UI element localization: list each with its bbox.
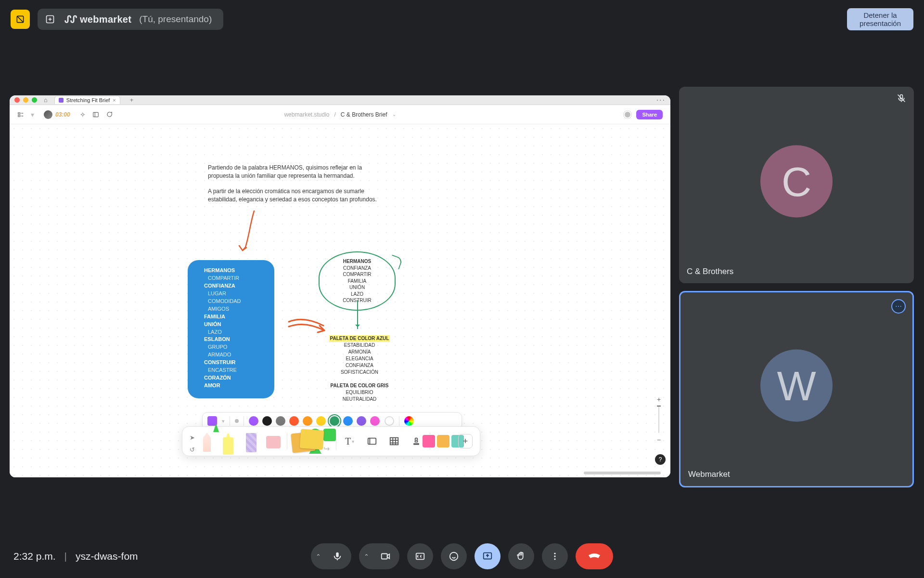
presence-avatar-icon[interactable] [624,111,631,118]
camera-icon [374,551,397,562]
stop-presenting-button[interactable]: Detener la presentación [847,8,913,31]
color-swatch[interactable] [330,416,339,426]
tile-more-icon[interactable]: ⋯ [891,299,906,314]
add-tool[interactable]: + [457,431,474,451]
main-toolbar[interactable]: ↪ T▾ + [182,426,480,456]
no-color-swatch[interactable] [385,416,394,426]
close-window-icon[interactable] [14,97,20,103]
toolbar-left: ▾ 03:00 ✧ [17,109,113,120]
highlighter-tool[interactable] [220,431,238,451]
add-tab-icon[interactable] [43,13,57,26]
meet-controls: ⌃ ⌃ [311,543,613,569]
crumb-workspace[interactable]: webmarket.studio [284,111,329,118]
card-word: LUGAR [204,290,270,298]
home-icon[interactable]: ⌂ [44,96,48,104]
card-word: ESLABON [204,336,270,343]
brand-mark-icon: ᔑᔑ [64,13,76,25]
mic-icon [326,551,348,562]
color-swatch[interactable] [303,416,312,426]
color-swatch[interactable] [289,416,299,426]
layout-icon[interactable] [92,111,99,118]
mic-button[interactable]: ⌃ [311,543,351,569]
tab-close-icon[interactable]: × [113,97,116,103]
svg-point-12 [450,552,458,561]
present-button[interactable] [475,543,500,569]
breadcrumb[interactable]: webmarket.studio / C & Brothers Brief ⌄ [284,111,396,118]
paragraph-1: Partiendo de la palabra HERMANOS, quisim… [208,164,386,181]
window-controls[interactable] [14,97,37,103]
eraser-tool[interactable] [265,431,282,451]
app-badge-icon [11,10,30,29]
oval-word: LAZO [322,291,392,298]
sticker-tool[interactable] [435,431,452,451]
avatar: W [760,350,833,422]
meet-bottom-bar: 2:32 p.m. | ysz-dwas-fom ⌃ ⌃ [0,535,924,578]
color-wheel-icon[interactable] [404,416,414,426]
help-icon[interactable]: ? [655,454,666,465]
pen-tip-accent-icon [213,423,219,432]
sparkle-icon[interactable]: ✧ [80,111,86,118]
palette-item: CONFIANZA [314,362,405,369]
color-swatch[interactable] [249,416,258,426]
tab-title: Stretching Fit Brief [66,97,110,103]
meet-top-bar: ᔑᔑ webmarket (Tú, presentando) Detener l… [0,0,924,39]
zoom-slider[interactable] [658,406,659,433]
pointer-tool-icon[interactable]: ➤ [190,434,202,441]
meeting-code: ysz-dwas-fom [76,551,138,562]
svg-point-15 [554,555,555,557]
color-swatch[interactable] [316,416,326,426]
share-button[interactable]: Share [636,110,663,119]
crumb-document[interactable]: C & Brothers Brief [341,111,387,118]
sticky-note-tool[interactable] [292,431,309,451]
card-word: GRUPO [204,343,270,351]
chevron-up-icon[interactable]: ⌃ [311,553,325,560]
horizontal-scrollbar[interactable] [584,472,661,474]
zoom-controls[interactable]: + − [654,395,664,444]
whiteboard-canvas[interactable]: Partiendo de la palabra HERMANOS, quisim… [10,124,670,477]
zoom-in-icon[interactable]: + [657,395,661,403]
chevron-down-icon[interactable]: ▾ [222,418,225,424]
palette-item: ARMONÍA [314,349,405,355]
washi-tool[interactable] [243,431,260,451]
participant-tile-webmarket[interactable]: ⋯ W Webmarket [679,291,914,487]
square-shape-icon[interactable] [323,429,336,441]
text-tool[interactable]: T▾ [341,431,359,451]
undo-tool-icon[interactable]: ↺ [190,446,202,453]
color-swatch[interactable] [370,416,380,426]
concepts-card[interactable]: HERMANOSCOMPARTIRCONFIANZALUGARCOMODIDAD… [188,260,274,398]
zoom-out-icon[interactable]: − [657,436,661,444]
palette-blue-title: PALETA DE COLOR AZUL [329,335,390,342]
participant-tile-c-brothers[interactable]: C C & Brothers [679,87,914,283]
camera-button[interactable]: ⌃ [359,543,399,569]
color-swatch[interactable] [276,416,285,426]
browser-tab[interactable]: Stretching Fit Brief × [54,96,120,104]
minimize-window-icon[interactable] [23,97,28,103]
card-word: CONFIANZA [204,282,270,290]
captions-button[interactable] [407,543,433,569]
maximize-window-icon[interactable] [32,97,37,103]
color-swatch[interactable] [343,416,353,426]
chevron-down-icon[interactable]: ⌄ [392,112,396,117]
timer-chip[interactable]: 03:00 [41,109,73,120]
oval-word: COMPARTIR [322,271,392,278]
hang-up-button[interactable] [576,543,613,569]
svg-rect-3 [18,115,20,117]
chevron-up-icon[interactable]: ⌃ [359,553,373,560]
color-swatch[interactable] [262,416,272,426]
color-swatch[interactable] [357,416,366,426]
table-tool[interactable] [385,431,403,451]
clock-label: 2:32 p.m. [13,551,56,562]
stroke-width-icon[interactable] [235,419,239,423]
redo-icon[interactable]: ↪ [323,444,336,453]
reactions-button[interactable] [441,543,467,569]
frame-tool[interactable] [363,431,381,451]
meeting-info: 2:32 p.m. | ysz-dwas-fom [13,551,138,562]
card-word: AMIGOS [204,305,270,313]
menu-icon[interactable] [17,111,24,118]
svg-point-16 [554,558,555,560]
more-options-button[interactable] [542,543,568,569]
comment-icon[interactable] [106,111,113,118]
tab-overflow-icon[interactable]: ··· [656,96,666,105]
raise-hand-button[interactable] [508,543,534,569]
new-tab-icon[interactable]: + [130,96,134,104]
